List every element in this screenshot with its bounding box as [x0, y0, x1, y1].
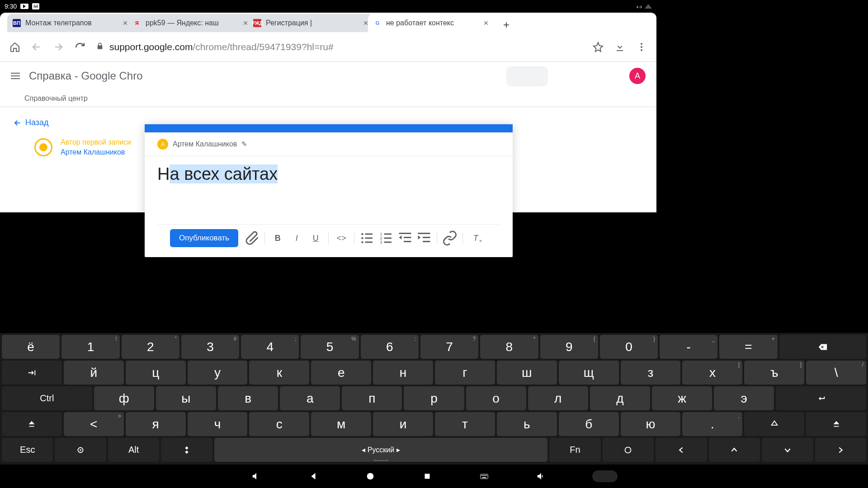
publish-button[interactable]: Опубликовать [170, 229, 238, 247]
browser-tab[interactable]: Gне работает контекс× [368, 14, 494, 32]
author-tag: Автор первой записи [61, 138, 131, 146]
attach-icon[interactable] [244, 230, 260, 246]
svg-rect-3 [365, 238, 373, 239]
page-content: Справка - Google Chro А Справочный центр… [0, 62, 656, 212]
tab-title: Монтаж телетрапов [25, 19, 119, 27]
key[interactable]: к [249, 361, 309, 369]
browser-tab[interactable]: Яppk59 — Яндекс: наш× [127, 14, 253, 32]
key[interactable]: ш [497, 361, 557, 369]
svg-point-2 [361, 237, 363, 239]
clear-format-icon[interactable]: T× [467, 230, 484, 246]
browser-tab[interactable]: ВПМонтаж телетрапов× [7, 14, 133, 32]
forward-icon[interactable] [52, 41, 64, 53]
pencil-icon[interactable]: ✎ [241, 140, 247, 148]
key[interactable]: й [64, 361, 124, 369]
key[interactable]: з [621, 361, 656, 369]
user-avatar[interactable]: А [629, 68, 646, 84]
tab-title: ppk59 — Яндекс: наш [146, 19, 240, 27]
reply-editor-modal: A Артем Калашников ✎ На всех сайтах Опуб… [145, 124, 513, 257]
lock-icon [96, 42, 104, 52]
svg-rect-14 [404, 241, 411, 242]
tab-favicon: G [373, 19, 382, 27]
key[interactable]: 8* [480, 335, 538, 359]
tab-favicon: Я [133, 19, 141, 27]
browser-tab[interactable]: РЖДРегистрация |× [248, 14, 373, 32]
key[interactable]: 1! [61, 335, 119, 359]
svg-text:3: 3 [380, 240, 382, 244]
svg-rect-15 [418, 233, 430, 234]
key[interactable]: 5% [301, 335, 359, 359]
key[interactable]: щ [559, 361, 619, 369]
outdent-icon[interactable] [397, 230, 413, 246]
reload-icon[interactable] [74, 41, 86, 53]
editor-textarea[interactable]: На всех сайтах [145, 156, 513, 224]
svg-rect-12 [399, 233, 411, 234]
key[interactable]: 0} [600, 335, 656, 359]
indent-icon[interactable] [416, 230, 432, 246]
page-title: Справка - Google Chro [29, 70, 143, 82]
link-icon[interactable] [442, 230, 458, 246]
svg-point-0 [361, 233, 363, 235]
svg-rect-5 [365, 242, 373, 243]
browser-tab-strip: ВПМонтаж телетрапов×Яppk59 — Яндекс: наш… [0, 13, 656, 32]
sync-icon: ‹·› [637, 3, 642, 10]
key[interactable]: ё [2, 335, 60, 359]
status-time: 9:30 [5, 3, 17, 10]
wifi-icon [645, 3, 652, 10]
editor-author-name: Артем Калашников [173, 140, 237, 148]
tab-close-icon[interactable]: × [482, 19, 490, 27]
key[interactable]: н [373, 361, 433, 369]
svg-rect-6 [384, 234, 392, 235]
tab-title: не работает контекс [386, 19, 480, 27]
android-status-bar: 9:30 ivi ‹·› [0, 0, 656, 13]
svg-rect-1 [365, 234, 373, 235]
editor-avatar: A [157, 139, 168, 150]
tab-favicon: РЖД [253, 19, 261, 27]
svg-rect-7 [384, 238, 392, 239]
key[interactable]: 7? [420, 335, 478, 359]
editor-accent-bar [145, 124, 513, 132]
key[interactable]: 4; [241, 335, 299, 359]
key[interactable]: г [435, 361, 495, 369]
editor-toolbar: Опубликовать B I U <> 123 T× [157, 224, 500, 257]
browser-toolbar: support.google.com/chrome/thread/5947193… [0, 32, 656, 62]
hamburger-icon[interactable] [11, 73, 20, 79]
key[interactable]: ц [126, 361, 186, 369]
soft-keyboard: ё1!2"3#4;5%6:7?8*9{0}-_=+ йцукенгшщзх[ъ]… [0, 333, 656, 369]
code-icon[interactable]: <> [333, 230, 349, 246]
youtube-icon [20, 4, 28, 9]
bold-icon[interactable]: B [269, 230, 286, 246]
download-icon[interactable] [614, 41, 626, 53]
tab-title: Регистрация | [266, 19, 360, 27]
menu-icon[interactable] [636, 41, 647, 53]
ivi-icon: ivi [32, 3, 39, 9]
subnav-help-center[interactable]: Справочный центр [0, 90, 656, 107]
key[interactable]: е [311, 361, 371, 369]
number-list-icon[interactable]: 123 [378, 230, 394, 246]
svg-rect-17 [423, 241, 430, 242]
italic-icon[interactable]: I [288, 230, 305, 246]
underline-icon[interactable]: U [307, 230, 324, 246]
url-field[interactable]: support.google.com/chrome/thread/5947193… [96, 42, 582, 52]
svg-rect-8 [384, 242, 392, 243]
star-icon[interactable] [592, 41, 604, 53]
author-avatar-icon [34, 138, 52, 156]
author-name[interactable]: Артем Калашников [61, 148, 131, 156]
back-icon[interactable] [31, 41, 42, 53]
svg-rect-13 [404, 237, 411, 238]
bullet-list-icon[interactable] [359, 230, 375, 246]
home-icon[interactable] [9, 41, 21, 53]
key[interactable]: у [188, 361, 248, 369]
key[interactable]: 9{ [540, 335, 598, 359]
search-box[interactable] [506, 66, 548, 86]
tab-favicon: ВП [13, 19, 21, 27]
svg-point-4 [361, 241, 363, 244]
key[interactable]: 2" [122, 335, 179, 359]
svg-rect-16 [423, 237, 430, 238]
key[interactable]: 3# [181, 335, 239, 359]
tab-key[interactable] [2, 361, 62, 369]
new-tab-button[interactable]: + [499, 18, 514, 32]
key[interactable]: 6: [361, 335, 419, 359]
